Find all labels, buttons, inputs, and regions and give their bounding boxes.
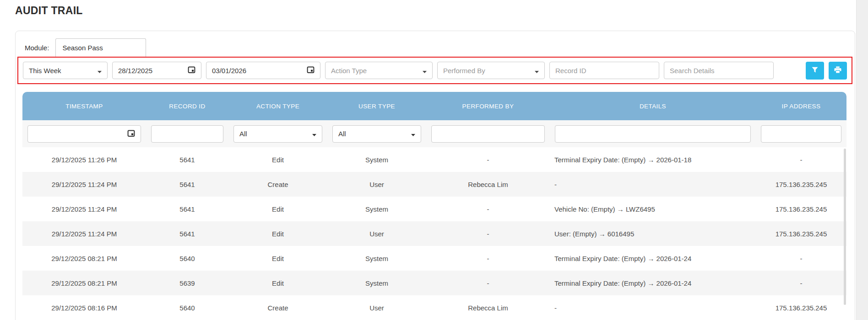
column-header-ip_address: IP ADDRESS <box>756 103 846 110</box>
cell-record_id: 5641 <box>146 205 228 213</box>
window-scrollbar-track[interactable] <box>856 0 868 320</box>
action-type-placeholder: Action Type <box>331 67 423 75</box>
table-row: 29/12/2025 08:16 PM5640CreateUserRebecca… <box>22 295 846 320</box>
module-bar: Module: Season Pass <box>25 38 855 57</box>
cell-details: - <box>550 304 756 312</box>
date-preset-select[interactable]: This Week <box>23 62 108 79</box>
cell-action_type: Edit <box>228 205 327 213</box>
cell-timestamp: 29/12/2025 08:21 PM <box>22 279 146 287</box>
cell-details: Terminal Expiry Date: (Empty) → 2026-01-… <box>550 156 756 164</box>
table-row: 29/12/2025 11:24 PM5641CreateUserRebecca… <box>22 172 846 197</box>
column-header-record_id: RECORD ID <box>146 103 228 110</box>
module-tab-season-pass[interactable]: Season Pass <box>55 38 146 57</box>
cell-user_type: System <box>327 279 426 287</box>
table-header-row: TIMESTAMPRECORD IDACTION TYPEUSER TYPEPE… <box>22 92 846 120</box>
cell-user_type: System <box>327 255 426 262</box>
caret-down-icon <box>535 67 539 75</box>
cell-details: User: (Empty) → 6016495 <box>550 230 756 238</box>
caret-down-icon <box>411 130 415 138</box>
date-to-input[interactable]: 03/01/2026 <box>206 62 320 79</box>
cell-action_type: Edit <box>228 255 327 262</box>
funnel-icon <box>812 67 818 75</box>
cell-user_type: User <box>327 230 426 238</box>
cell-user_type: User <box>327 304 426 312</box>
cell-performed_by: - <box>426 279 550 287</box>
calendar-icon[interactable] <box>127 129 135 139</box>
caret-down-icon <box>312 130 316 138</box>
cell-ip_address: 175.136.235.245 <box>756 205 846 213</box>
action-type-filter-select[interactable]: All <box>233 125 322 143</box>
cell-record_id: 5640 <box>146 304 228 312</box>
cell-details: - <box>550 181 756 188</box>
user-type-filter-value: All <box>338 130 411 138</box>
cell-timestamp: 29/12/2025 11:24 PM <box>22 230 146 238</box>
date-to-value: 03/01/2026 <box>212 67 307 75</box>
cell-details: Terminal Expiry Date: (Empty) → 2026-01-… <box>550 279 756 287</box>
page-title: AUDIT TRAIL <box>15 5 83 17</box>
calendar-icon[interactable] <box>307 66 315 75</box>
cell-action_type: Create <box>228 304 327 312</box>
action-type-filter-value: All <box>239 130 312 138</box>
column-header-user_type: USER TYPE <box>327 103 426 110</box>
cell-user_type: User <box>327 181 426 188</box>
cell-timestamp: 29/12/2025 08:21 PM <box>22 255 146 262</box>
record-id-filter-input[interactable] <box>151 125 223 143</box>
table-row: 29/12/2025 11:26 PM5641EditSystem-Termin… <box>22 147 846 172</box>
table-row: 29/12/2025 08:21 PM5639EditSystem-Termin… <box>22 271 846 295</box>
column-header-performed_by: PERFORMED BY <box>426 103 550 110</box>
cell-action_type: Edit <box>228 279 327 287</box>
cell-user_type: System <box>327 205 426 213</box>
date-preset-value: This Week <box>29 67 98 75</box>
table-row: 29/12/2025 11:24 PM5641EditSystem-Vehicl… <box>22 197 846 221</box>
cell-record_id: 5641 <box>146 181 228 188</box>
column-header-details: DETAILS <box>550 103 756 110</box>
date-from-input[interactable]: 28/12/2025 <box>112 62 201 79</box>
timestamp-filter-date-input[interactable] <box>27 125 141 143</box>
ip-address-filter-input[interactable] <box>761 125 841 143</box>
module-tab-label: Season Pass <box>62 44 103 52</box>
cell-action_type: Edit <box>228 230 327 238</box>
cell-details: Terminal Expiry Date: (Empty) → 2026-01-… <box>550 255 756 262</box>
cell-timestamp: 29/12/2025 08:16 PM <box>22 304 146 312</box>
cell-action_type: Edit <box>228 156 327 164</box>
table-filter-row: All All <box>22 120 846 147</box>
date-from-value: 28/12/2025 <box>118 67 188 75</box>
details-filter-input[interactable] <box>555 125 751 143</box>
calendar-icon[interactable] <box>188 66 195 75</box>
printer-icon <box>834 66 841 75</box>
record-id-input[interactable] <box>549 62 659 79</box>
performed-by-select[interactable]: Performed By <box>437 62 545 79</box>
cell-timestamp: 29/12/2025 11:24 PM <box>22 181 146 188</box>
cell-performed_by: - <box>426 255 550 262</box>
cell-ip_address: - <box>756 255 846 262</box>
audit-table: TIMESTAMPRECORD IDACTION TYPEUSER TYPEPE… <box>22 92 846 320</box>
cell-timestamp: 29/12/2025 11:26 PM <box>22 156 146 164</box>
cell-user_type: System <box>327 156 426 164</box>
cell-record_id: 5641 <box>146 230 228 238</box>
cell-ip_address: 175.136.235.245 <box>756 230 846 238</box>
caret-down-icon <box>423 67 427 75</box>
table-body: 29/12/2025 11:26 PM5641EditSystem-Termin… <box>22 147 846 320</box>
cell-ip_address: 175.136.235.245 <box>756 304 846 312</box>
cell-performed_by: Rebecca Lim <box>426 304 550 312</box>
caret-down-icon <box>98 67 102 75</box>
cell-timestamp: 29/12/2025 11:24 PM <box>22 205 146 213</box>
cell-record_id: 5640 <box>146 255 228 262</box>
cell-ip_address: 175.136.235.245 <box>756 181 846 188</box>
performed-by-placeholder: Performed By <box>443 67 535 75</box>
cell-record_id: 5641 <box>146 156 228 164</box>
action-type-select[interactable]: Action Type <box>325 62 433 79</box>
search-details-input[interactable] <box>664 62 774 79</box>
user-type-filter-select[interactable]: All <box>332 125 421 143</box>
print-button[interactable] <box>829 62 847 80</box>
cell-performed_by: - <box>426 230 550 238</box>
cell-performed_by: Rebecca Lim <box>426 181 550 188</box>
performed-by-filter-input[interactable] <box>431 125 545 143</box>
cell-performed_by: - <box>426 205 550 213</box>
cell-record_id: 5639 <box>146 279 228 287</box>
filter-bar: This Week 28/12/2025 03/01/2026 Action T… <box>17 57 852 84</box>
table-scrollbar-thumb[interactable] <box>844 149 846 305</box>
cell-action_type: Create <box>228 181 327 188</box>
table-row: 29/12/2025 08:21 PM5640EditSystem-Termin… <box>22 246 846 271</box>
apply-filter-button[interactable] <box>806 62 824 80</box>
